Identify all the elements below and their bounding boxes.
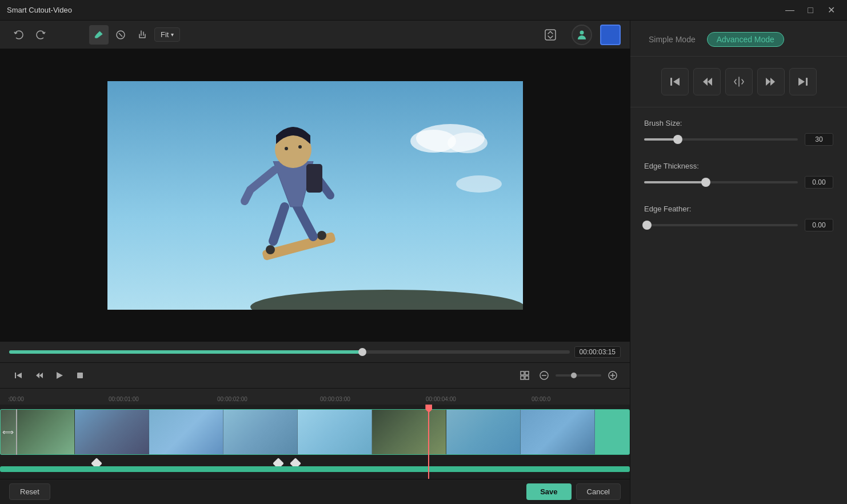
- svg-rect-18: [15, 373, 16, 378]
- svg-marker-20: [36, 373, 39, 378]
- redo-button[interactable]: [31, 25, 50, 45]
- advanced-mode-button[interactable]: Advanced Mode: [707, 32, 784, 47]
- svg-rect-24: [521, 371, 524, 375]
- strip-frame-5: [298, 410, 372, 454]
- edge-thickness-value: 0.00: [805, 176, 833, 189]
- svg-line-2: [119, 33, 122, 37]
- edge-feather-slider[interactable]: [644, 224, 798, 226]
- playback-controls: [0, 362, 630, 388]
- app-title: Smart Cutout-Video: [7, 6, 72, 14]
- simple-mode-button[interactable]: Simple Mode: [644, 33, 700, 46]
- save-button[interactable]: Save: [526, 483, 571, 500]
- main-layout: Fit ▾: [0, 21, 847, 504]
- maximize-button[interactable]: □: [801, 2, 820, 18]
- svg-point-4: [580, 30, 584, 34]
- timeline-section: :00:00 00:00:01:00 00:00:02:00 00:00:03:…: [0, 388, 630, 479]
- title-bar: Smart Cutout-Video — □ ✕: [0, 0, 847, 21]
- ruler-tick-1: 00:00:01:00: [109, 396, 139, 402]
- zoom-controls: [536, 367, 621, 383]
- close-button[interactable]: ✕: [822, 2, 840, 18]
- settings-section: Brush Size: 30 Edge Thickness:: [630, 107, 847, 504]
- step-fwd-frame-button[interactable]: [757, 68, 785, 95]
- reset-button[interactable]: Reset: [9, 483, 50, 500]
- skip-to-end-frame-button[interactable]: [789, 68, 817, 95]
- mode-switcher: Simple Mode Advanced Mode: [630, 21, 847, 57]
- window-controls: — □ ✕: [781, 2, 840, 18]
- video-container: [0, 49, 630, 341]
- right-panel: Simple Mode Advanced Mode: [630, 21, 847, 504]
- fit-arrow-icon: ▾: [171, 31, 174, 38]
- person-mode-button[interactable]: [572, 25, 592, 45]
- svg-rect-33: [670, 78, 672, 86]
- svg-marker-36: [708, 78, 712, 86]
- svg-rect-17: [306, 164, 322, 193]
- svg-point-15: [285, 147, 288, 150]
- timeline-track-area[interactable]: ⟺: [0, 405, 630, 479]
- svg-marker-21: [39, 373, 43, 378]
- progress-bar-row: 00:00:03:15: [0, 341, 630, 362]
- strip-frame-8: [521, 410, 595, 454]
- zoom-out-button[interactable]: [536, 367, 552, 383]
- svg-point-12: [266, 245, 275, 254]
- ruler-tick-5: 00:00:0: [532, 396, 550, 402]
- brush-size-value: 30: [805, 133, 833, 146]
- paint-brush-button[interactable]: [89, 25, 109, 45]
- minimize-button[interactable]: —: [781, 2, 799, 18]
- editor-area: Fit ▾: [0, 21, 630, 504]
- edge-feather-slider-row: 0.00: [644, 219, 833, 231]
- edge-thickness-slider-row: 0.00: [644, 176, 833, 189]
- layout-button[interactable]: [516, 366, 534, 385]
- left-handle-arrows: ⟺: [2, 427, 14, 437]
- svg-rect-23: [77, 373, 83, 378]
- skip-to-start-button[interactable]: [9, 366, 27, 385]
- zoom-in-button[interactable]: [605, 367, 621, 383]
- edge-feather-row: Edge Feather: 0.00: [644, 205, 833, 231]
- swap-button[interactable]: [541, 25, 560, 45]
- timeline-left-handle[interactable]: ⟺: [0, 409, 17, 455]
- stop-button[interactable]: [71, 366, 89, 385]
- svg-rect-26: [521, 376, 524, 379]
- svg-point-8: [448, 133, 488, 153]
- svg-point-16: [298, 145, 302, 149]
- step-back-frame-button[interactable]: [693, 68, 721, 95]
- ruler-tick-4: 00:00:04:00: [426, 396, 456, 402]
- flip-horizontal-button[interactable]: [725, 68, 753, 95]
- bottom-right-buttons: Save Cancel: [526, 483, 621, 500]
- strip-frame-6: [372, 410, 446, 454]
- undo-button[interactable]: [9, 25, 29, 45]
- edge-feather-value: 0.00: [805, 219, 833, 231]
- step-back-button[interactable]: [30, 366, 48, 385]
- svg-point-9: [456, 175, 502, 193]
- time-display: 00:00:03:15: [574, 346, 621, 358]
- color-swatch-button[interactable]: [600, 25, 621, 45]
- svg-marker-38: [770, 78, 775, 86]
- svg-marker-22: [57, 372, 63, 379]
- ruler-tick-0: :00:00: [8, 396, 24, 402]
- fit-button[interactable]: Fit ▾: [154, 27, 180, 42]
- strip-frame-4: [223, 410, 298, 454]
- eraser-button[interactable]: [111, 25, 130, 45]
- edge-thickness-row: Edge Thickness: 0.00: [644, 162, 833, 189]
- strip-frame-7: [446, 410, 521, 454]
- frame-controls: [630, 57, 847, 107]
- video-strip: [0, 409, 630, 455]
- video-frame: [107, 81, 523, 310]
- edge-thickness-slider[interactable]: [644, 181, 798, 183]
- cancel-button[interactable]: Cancel: [576, 483, 621, 500]
- brush-size-slider[interactable]: [644, 138, 798, 141]
- svg-point-13: [317, 231, 326, 240]
- fit-label: Fit: [161, 30, 169, 39]
- progress-bar[interactable]: [9, 350, 570, 354]
- strip-frame-2: [75, 410, 149, 454]
- svg-marker-37: [766, 78, 770, 86]
- skip-to-start-frame-button[interactable]: [661, 68, 689, 95]
- timeline-bottom-bar: [0, 466, 630, 472]
- svg-rect-5: [107, 81, 523, 310]
- svg-rect-27: [525, 376, 529, 379]
- pan-button[interactable]: [133, 25, 152, 45]
- svg-marker-19: [17, 373, 22, 378]
- play-button[interactable]: [50, 366, 69, 385]
- edge-feather-label: Edge Feather:: [644, 205, 833, 213]
- timeline-playhead[interactable]: [428, 405, 429, 479]
- zoom-slider[interactable]: [556, 374, 601, 377]
